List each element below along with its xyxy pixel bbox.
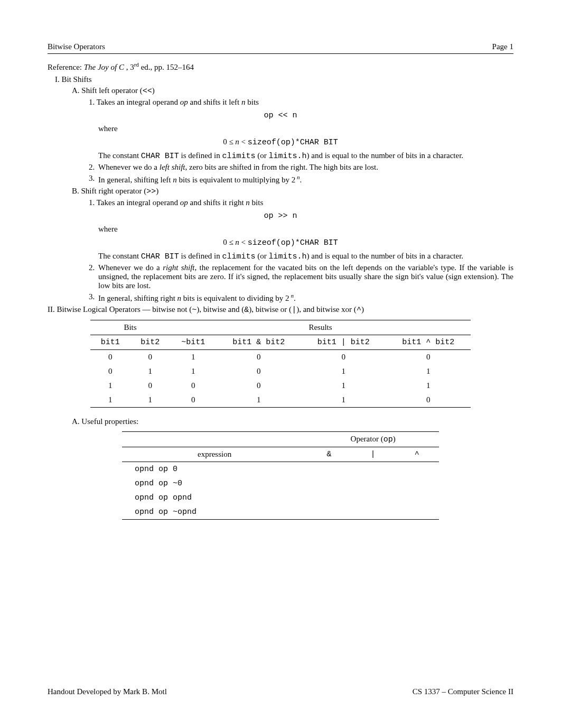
I-A-3: 3. In general, shifting left n bits is e… <box>89 174 513 185</box>
txt: (or <box>256 151 269 160</box>
op-italic: op <box>180 98 188 106</box>
cell: 1 <box>130 364 171 379</box>
th-bit1: bit1 <box>90 335 130 350</box>
th-operator: Operator (op) <box>307 432 439 447</box>
I-B-3: 3. In general, shifting right n bits is … <box>89 292 513 303</box>
t: Whenever we do a <box>98 163 160 171</box>
table-row: 001000 <box>90 350 471 365</box>
table-row: 110110 <box>90 393 471 408</box>
reference-label: Reference: <box>48 63 82 71</box>
t: Whenever we do a <box>98 263 163 272</box>
cell <box>307 505 351 520</box>
tt: climits <box>222 152 255 161</box>
t: In general, shifting left <box>98 176 173 184</box>
n-italic: n <box>241 98 246 106</box>
txt: bits <box>250 198 263 207</box>
n: n <box>235 137 239 146</box>
I-A-1: 1. Takes an integral operand op and shif… <box>89 98 513 107</box>
inequality-B: 0 ≤ n < sizeof(op)*CHAR BIT <box>48 238 513 247</box>
op-italic: op <box>180 198 188 207</box>
txt: < <box>239 137 248 146</box>
cell: 1 <box>386 379 471 393</box>
tt: op <box>384 435 393 444</box>
section-I-A-title: A. Shift left operator (<<) <box>72 86 513 96</box>
txt: is defined in <box>179 151 222 160</box>
t: ) <box>393 435 396 443</box>
cell <box>307 462 351 477</box>
txt: 1. Takes an integral operand <box>89 198 180 207</box>
cell: 0 <box>170 379 217 393</box>
t: , zero bits are shifted in from the righ… <box>185 163 378 171</box>
txt: A. Shift left operator ( <box>72 86 143 95</box>
tt: limits.h <box>269 252 307 261</box>
cell: 0 <box>301 350 386 365</box>
cell: 0 <box>386 350 471 365</box>
table-row: opnd op ~0 <box>122 476 439 491</box>
table-row: opnd op opnd <box>122 491 439 505</box>
txt: is defined in <box>179 252 222 260</box>
cell: 0 <box>217 379 301 393</box>
txt: The constant <box>98 252 141 260</box>
num: 3. <box>89 292 98 303</box>
num: 2. <box>89 263 98 290</box>
op: >> <box>146 187 156 196</box>
cell <box>351 476 395 491</box>
txt: Whenever we do a left shift, zero bits a… <box>98 163 513 172</box>
cell <box>395 476 439 491</box>
th-and: bit1 & bit2 <box>217 335 301 350</box>
n-italic: n <box>246 198 250 207</box>
reference-sup: rd <box>134 61 139 68</box>
section-I-title: I. Bit Shifts <box>55 75 513 84</box>
txt: In general, shifting right n bits is equ… <box>98 292 513 303</box>
cell: 0 <box>170 393 217 408</box>
I-B-1: 1. Takes an integral operand op and shif… <box>89 198 513 207</box>
t: ), bitwise and ( <box>197 305 244 314</box>
table-row: 011011 <box>90 364 471 379</box>
txt: 0 ≤ <box>223 238 235 246</box>
txt: ) <box>156 187 158 195</box>
txt: The constant <box>98 151 141 160</box>
cell: 0 <box>90 350 130 365</box>
properties-table: Operator (op) expression & | ^ opnd op 0… <box>122 431 439 520</box>
table-row: opnd op ~opnd <box>122 505 439 520</box>
cell: 0 <box>90 364 130 379</box>
txt: In general, shifting left n bits is equi… <box>98 174 513 185</box>
th-bits: Bits <box>90 320 170 335</box>
section-II-title: II. Bitwise Logical Operators — bitwise … <box>48 305 513 315</box>
op: << <box>143 87 152 96</box>
reference-tail: ed., pp. 152–164 <box>139 63 194 71</box>
num: 3. <box>89 174 98 185</box>
th-expression: expression <box>122 447 307 462</box>
footer-left: Handout Developed by Mark B. Motl <box>48 687 167 696</box>
inequality-A: 0 ≤ n < sizeof(op)*CHAR BIT <box>48 137 513 147</box>
tt: climits <box>222 252 255 261</box>
cell <box>395 462 439 477</box>
cell <box>351 505 395 520</box>
tt: CHAR BIT <box>141 152 179 161</box>
th-caret: ^ <box>395 447 439 462</box>
txt: bits <box>246 98 259 106</box>
cell <box>351 462 395 477</box>
footer: Handout Developed by Mark B. Motl CS 133… <box>48 687 513 696</box>
header-right: Page 1 <box>492 42 513 51</box>
cell <box>395 491 439 505</box>
cell: 0 <box>217 350 301 365</box>
n: n <box>173 176 177 184</box>
running-header: Bitwise Operators Page 1 <box>48 42 513 51</box>
header-left: Bitwise Operators <box>48 42 105 51</box>
cell: 1 <box>301 393 386 408</box>
cell: 1 <box>217 393 301 408</box>
truth-table: Bits Results bit1 bit2 ~bit1 bit1 & bit2… <box>90 320 471 408</box>
th-blank <box>122 432 307 447</box>
cell: 1 <box>90 393 130 408</box>
th-results: Results <box>170 320 471 335</box>
where-label-B: where <box>98 225 513 234</box>
cell: 1 <box>301 364 386 379</box>
tt: & <box>244 306 249 315</box>
code-op-shr-n: op >> n <box>48 211 513 220</box>
t: . <box>294 294 296 302</box>
section-II-A-title: A. Useful properties: <box>72 417 513 426</box>
cell: 0 <box>130 350 171 365</box>
charbit-note-A: The constant CHAR BIT is defined in clim… <box>98 151 513 161</box>
t: ), and bitwise xor ( <box>296 305 357 314</box>
